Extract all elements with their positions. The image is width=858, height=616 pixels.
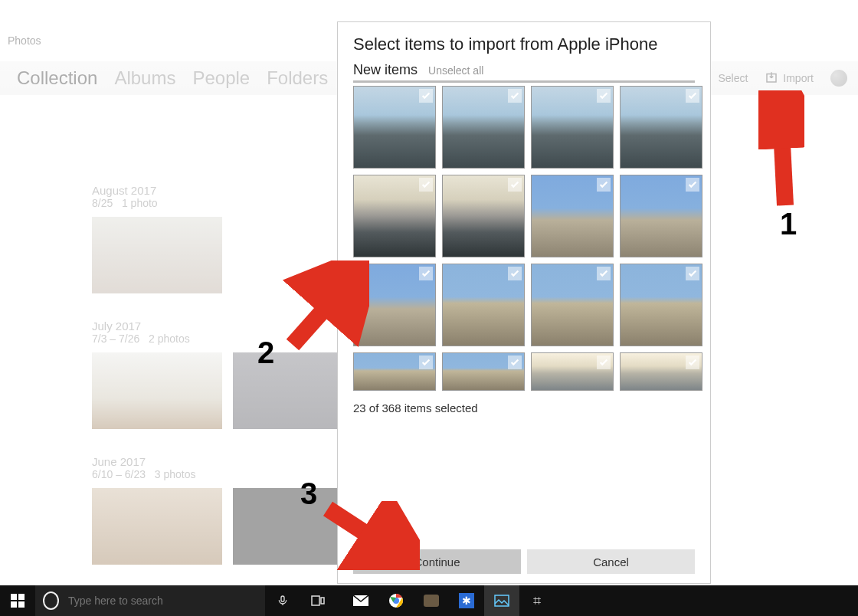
thumbnail-checkbox[interactable] bbox=[686, 356, 699, 369]
new-items-label: New items bbox=[353, 62, 418, 78]
thumbnail-checkbox[interactable] bbox=[419, 178, 433, 192]
import-thumbnail[interactable] bbox=[620, 264, 702, 346]
mail-app-icon[interactable] bbox=[343, 585, 378, 616]
thumbnail-checkbox[interactable] bbox=[597, 89, 611, 103]
mic-icon[interactable] bbox=[265, 585, 300, 616]
thumbnail-checkbox[interactable] bbox=[508, 178, 522, 192]
svg-rect-6 bbox=[11, 601, 17, 608]
thumbnail-checkbox[interactable] bbox=[597, 356, 611, 369]
import-thumbnail[interactable] bbox=[531, 264, 614, 346]
import-thumbnail[interactable] bbox=[442, 175, 525, 257]
dialog-title: Select items to import from Apple iPhone bbox=[353, 34, 695, 54]
annotation-arrow-2 bbox=[277, 260, 369, 352]
thumbnail-checkbox[interactable] bbox=[508, 89, 522, 103]
import-thumbnail[interactable] bbox=[442, 86, 525, 169]
start-button[interactable] bbox=[0, 585, 35, 616]
svg-rect-8 bbox=[281, 596, 284, 601]
import-thumbnail[interactable] bbox=[531, 175, 614, 257]
task-view-icon[interactable] bbox=[300, 585, 336, 616]
annotation-step-3: 3 bbox=[300, 477, 317, 511]
thumbnail-checkbox[interactable] bbox=[597, 267, 611, 280]
annotation-arrow-1 bbox=[758, 90, 804, 213]
import-thumbnail[interactable] bbox=[531, 352, 614, 391]
import-dialog: Select items to import from Apple iPhone… bbox=[337, 21, 711, 584]
thumbnail-grid bbox=[353, 86, 695, 391]
import-thumbnail[interactable] bbox=[353, 86, 436, 169]
chrome-app-icon[interactable] bbox=[378, 585, 414, 616]
svg-rect-7 bbox=[18, 601, 25, 608]
svg-rect-9 bbox=[312, 596, 319, 605]
slack-app-icon[interactable]: ⌗ bbox=[519, 585, 555, 616]
cancel-button[interactable]: Cancel bbox=[527, 549, 695, 574]
import-thumbnail[interactable] bbox=[620, 86, 702, 169]
search-input[interactable] bbox=[67, 594, 265, 608]
import-thumbnail[interactable] bbox=[620, 175, 702, 257]
svg-rect-10 bbox=[321, 598, 324, 604]
svg-rect-4 bbox=[11, 594, 17, 600]
gimp-app-icon[interactable] bbox=[414, 585, 449, 616]
annotation-step-2: 2 bbox=[257, 336, 274, 370]
thumbnail-checkbox[interactable] bbox=[419, 89, 433, 103]
import-thumbnail[interactable] bbox=[442, 352, 525, 391]
import-thumbnail[interactable] bbox=[442, 264, 525, 346]
thumbnail-checkbox[interactable] bbox=[686, 267, 699, 280]
unselect-all-link[interactable]: Unselect all bbox=[428, 64, 483, 77]
photos-app-icon[interactable] bbox=[484, 585, 519, 616]
import-thumbnail[interactable] bbox=[620, 352, 702, 391]
taskbar-search[interactable] bbox=[35, 585, 265, 616]
section-divider bbox=[353, 80, 695, 83]
import-thumbnail[interactable] bbox=[353, 175, 436, 257]
thumbnail-checkbox[interactable] bbox=[686, 178, 699, 192]
import-thumbnail[interactable] bbox=[531, 86, 614, 169]
thumbnail-checkbox[interactable] bbox=[419, 356, 433, 369]
thumbnail-checkbox[interactable] bbox=[419, 267, 433, 280]
cortana-icon bbox=[43, 591, 59, 610]
annotation-step-1: 1 bbox=[780, 207, 797, 241]
settings-app-icon[interactable]: ✱ bbox=[449, 585, 484, 616]
thumbnail-checkbox[interactable] bbox=[508, 267, 522, 280]
annotation-arrow-3 bbox=[320, 501, 420, 570]
thumbnail-checkbox[interactable] bbox=[597, 178, 611, 192]
svg-line-3 bbox=[328, 509, 404, 559]
selected-count: 23 of 368 items selected bbox=[353, 401, 695, 414]
thumbnail-checkbox[interactable] bbox=[508, 356, 522, 369]
svg-line-2 bbox=[293, 276, 354, 345]
svg-line-1 bbox=[780, 98, 785, 205]
taskbar: ✱ ⌗ bbox=[0, 585, 858, 616]
thumbnail-checkbox[interactable] bbox=[686, 89, 699, 103]
svg-rect-14 bbox=[495, 595, 509, 606]
import-thumbnail[interactable] bbox=[353, 352, 436, 391]
svg-rect-5 bbox=[18, 594, 25, 600]
